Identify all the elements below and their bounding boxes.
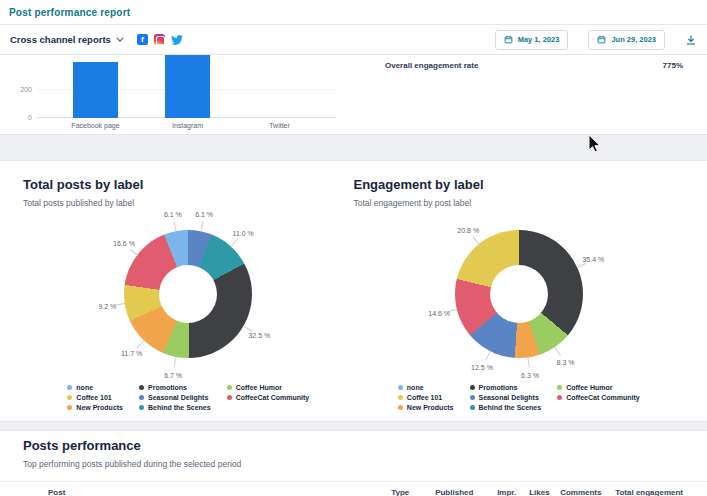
end-date-button[interactable]: Jun 29, 2023 — [588, 30, 665, 50]
instagram-icon[interactable] — [154, 34, 165, 45]
donut-leader-line — [555, 347, 561, 356]
y-axis-tick: 200 — [8, 86, 32, 93]
donut-percent-label: 6.1 % — [164, 210, 182, 217]
report-selector-label: Cross channel reports — [10, 34, 111, 45]
legend-item[interactable]: Seasonal Delights — [470, 394, 542, 401]
posts-performance-card: Posts performance Top performing posts p… — [0, 430, 707, 496]
summary-metrics: Overall engagement rate 775% — [343, 55, 707, 134]
legend-item[interactable]: Coffee Humor — [557, 384, 640, 391]
metric-value: 775% — [663, 61, 683, 70]
instagram-logo — [154, 34, 165, 45]
legend-item[interactable]: Coffee Humor — [227, 384, 310, 391]
legend-item[interactable]: Promotions — [470, 384, 542, 391]
legend-label: Seasonal Delights — [148, 394, 208, 401]
legend-color-dot — [557, 395, 562, 400]
donut-leader-line — [473, 236, 480, 244]
donut-percent-label: 6.7 % — [164, 371, 182, 378]
table-column-header[interactable]: Comments — [560, 488, 615, 496]
section-subtitle: Total engagement by post label — [354, 198, 685, 208]
legend-label: New Products — [407, 404, 454, 411]
bar-chart-xlabels: Facebook pageInstagramTwitter — [36, 118, 336, 133]
donut-leader-line — [200, 222, 203, 232]
legend-color-dot — [139, 385, 144, 390]
legend-color-dot — [139, 405, 144, 410]
label-legend: nonePromotionsCoffee HumorCoffee 101Seas… — [67, 384, 309, 411]
donut-ring — [455, 230, 583, 358]
start-date-label: May 1, 2023 — [518, 35, 560, 44]
bar — [73, 62, 118, 118]
legend-label: Promotions — [479, 384, 518, 391]
table-column-header[interactable]: Total engagement — [615, 488, 683, 496]
legend-item[interactable]: New Products — [67, 404, 123, 411]
page-title: Post performance report — [9, 7, 130, 18]
overall-engagement-rate-row: Overall engagement rate 775% — [385, 58, 683, 72]
twitter-icon[interactable] — [171, 35, 183, 45]
table-column-header[interactable]: Published — [435, 488, 497, 496]
legend-item[interactable]: Coffee 101 — [67, 394, 123, 401]
donut-percent-label: 32.5 % — [248, 332, 270, 339]
legend-item[interactable]: Behind the Scenes — [139, 404, 211, 411]
legend-color-dot — [470, 385, 475, 390]
overview-card: Facebook pageInstagramTwitter 0200 Overa… — [0, 55, 707, 135]
report-type-selector[interactable]: Cross channel reports — [10, 34, 124, 45]
toolbar: Cross channel reports f May 1, 2023 Jun … — [0, 25, 707, 55]
posts-table-header: PostTypePublishedImpr.LikesCommentsTotal… — [0, 481, 707, 496]
metric-label: Overall engagement rate — [385, 61, 478, 70]
donut-percent-label: 12.5 % — [471, 364, 493, 371]
legend-color-dot — [67, 385, 72, 390]
donut-percent-label: 20.8 % — [457, 226, 479, 233]
calendar-icon — [597, 35, 606, 44]
legend-item[interactable]: CoffeeCat Community — [557, 394, 640, 401]
legend-item[interactable]: New Products — [398, 404, 454, 411]
legend-label: Coffee 101 — [407, 394, 442, 401]
donut-hole — [159, 265, 217, 323]
donut-percent-label: 6.1 % — [195, 210, 213, 217]
table-column-header[interactable]: Type — [391, 488, 435, 496]
legend-color-dot — [398, 405, 403, 410]
legend-color-dot — [227, 385, 232, 390]
bar-chart-plot — [36, 55, 336, 118]
legend-color-dot — [139, 395, 144, 400]
legend-label: Coffee Humor — [236, 384, 282, 391]
legend-item[interactable]: Behind the Scenes — [470, 404, 542, 411]
topbar: Post performance report — [0, 0, 707, 25]
legend-item[interactable]: Coffee 101 — [398, 394, 454, 401]
bar — [165, 55, 210, 118]
legend-label: Behind the Scenes — [148, 404, 211, 411]
legend-label: Coffee Humor — [566, 384, 612, 391]
legend-item[interactable]: none — [398, 384, 454, 391]
download-icon[interactable] — [685, 34, 697, 46]
legend-color-dot — [470, 405, 475, 410]
legend-item[interactable]: CoffeeCat Community — [227, 394, 310, 401]
facebook-icon[interactable]: f — [137, 34, 148, 45]
y-axis-tick: 0 — [8, 114, 32, 121]
toolbar-left: Cross channel reports f — [10, 34, 183, 45]
toolbar-right: May 1, 2023 Jun 29, 2023 — [495, 30, 697, 50]
table-column-header[interactable]: Likes — [529, 488, 560, 496]
donut-leader-line — [130, 248, 138, 255]
x-axis-label: Twitter — [269, 122, 290, 129]
legend-label: CoffeeCat Community — [566, 394, 640, 401]
donut-ring — [124, 230, 252, 358]
legend-item[interactable]: Promotions — [139, 384, 211, 391]
legend-color-dot — [398, 395, 403, 400]
legend-color-dot — [227, 395, 232, 400]
legend-item[interactable]: Seasonal Delights — [139, 394, 211, 401]
table-column-header[interactable]: Post — [48, 488, 391, 496]
table-column-header[interactable]: Impr. — [497, 488, 529, 496]
posts-by-label-donut: 6.1 %11.0 %32.5 %6.7 %11.7 %9.2 %16.6 %6… — [23, 216, 354, 382]
section-title: Total posts by label — [23, 177, 354, 192]
report-content: Facebook pageInstagramTwitter 0200 Overa… — [0, 55, 707, 496]
donut-percent-label: 35.4 % — [582, 256, 604, 263]
calendar-icon — [504, 35, 513, 44]
facebook-logo: f — [137, 34, 148, 45]
legend-label: New Products — [76, 404, 123, 411]
legend-item[interactable]: none — [67, 384, 123, 391]
legend-label: Seasonal Delights — [479, 394, 539, 401]
legend-label: Coffee 101 — [76, 394, 111, 401]
channel-bar-chart: Facebook pageInstagramTwitter 0200 — [8, 55, 343, 134]
section-subtitle: Top performing posts published during th… — [0, 459, 707, 469]
section-subtitle: Total posts published by label — [23, 198, 354, 208]
chevron-down-icon — [116, 37, 124, 42]
start-date-button[interactable]: May 1, 2023 — [495, 30, 569, 50]
